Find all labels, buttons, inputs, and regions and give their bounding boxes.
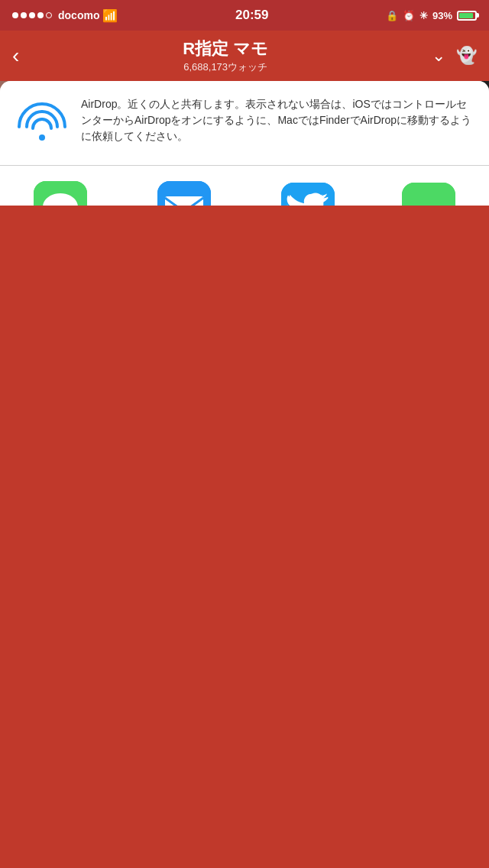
dot-1 xyxy=(12,12,18,18)
header: ‹ R指定 マモ 6,688,173ウォッチ ⌄ 👻 xyxy=(0,31,489,81)
battery-fill xyxy=(459,13,473,18)
signal-dots xyxy=(12,12,52,18)
dot-2 xyxy=(21,12,27,18)
airdrop-section: AirDrop。近くの人と共有します。表示されない場合は、iOSではコントロール… xyxy=(0,81,489,166)
airdrop-description: AirDrop。近くの人と共有します。表示されない場合は、iOSではコントロール… xyxy=(81,96,474,144)
twitter-icon xyxy=(281,183,335,206)
header-title-main: R指定 マモ xyxy=(183,37,268,60)
share-sheet: AirDrop。近くの人と共有します。表示されない場合は、iOSではコントロール… xyxy=(0,81,489,206)
share-apps-row: メッセージ メールで送信 xyxy=(0,166,489,206)
battery-percent: 93% xyxy=(432,10,452,21)
carrier-label: docomo xyxy=(58,9,99,21)
svg-text:LINE: LINE xyxy=(410,202,448,206)
share-sheet-overlay: AirDrop。近くの人と共有します。表示されない場合は、iOSではコントロール… xyxy=(0,81,489,206)
bluetooth-icon: ✳ xyxy=(419,10,428,21)
header-title-block: R指定 マモ 6,688,173ウォッチ xyxy=(183,37,268,74)
battery-icon xyxy=(457,11,477,21)
wifi-icon: 📶 xyxy=(102,8,118,23)
airdrop-icon xyxy=(15,96,69,150)
share-app-line[interactable]: LINE LINE xyxy=(402,183,455,206)
header-subtitle: 6,688,173ウォッチ xyxy=(183,60,268,74)
status-left: docomo 📶 xyxy=(12,8,118,23)
svg-point-0 xyxy=(39,134,45,141)
content-area: 舞♡*° なんかあったかそうやなあ（笑） マモ(14) 03:44 xyxy=(0,81,489,206)
status-bar: docomo 📶 20:59 🔒 ⏰ ✳ 93% xyxy=(0,0,489,31)
alarm-icon: ⏰ xyxy=(403,10,415,21)
dot-5 xyxy=(46,12,52,18)
mail-icon xyxy=(157,181,211,206)
status-time: 20:59 xyxy=(235,8,268,23)
chevron-down-icon[interactable]: ⌄ xyxy=(432,46,445,66)
header-icons: ⌄ 👻 xyxy=(432,46,477,66)
share-app-messages[interactable]: メッセージ xyxy=(34,181,87,206)
messages-icon xyxy=(34,181,87,206)
ghost-icon[interactable]: 👻 xyxy=(456,46,477,66)
back-button[interactable]: ‹ xyxy=(12,44,19,68)
lock-icon: 🔒 xyxy=(386,10,398,21)
dot-3 xyxy=(29,12,35,18)
dot-4 xyxy=(37,12,44,18)
share-app-mail[interactable]: メールで送信 xyxy=(154,181,214,206)
share-app-twitter[interactable]: Twitter xyxy=(281,183,335,206)
status-right: 🔒 ⏰ ✳ 93% xyxy=(386,10,477,21)
line-icon: LINE xyxy=(402,183,455,206)
